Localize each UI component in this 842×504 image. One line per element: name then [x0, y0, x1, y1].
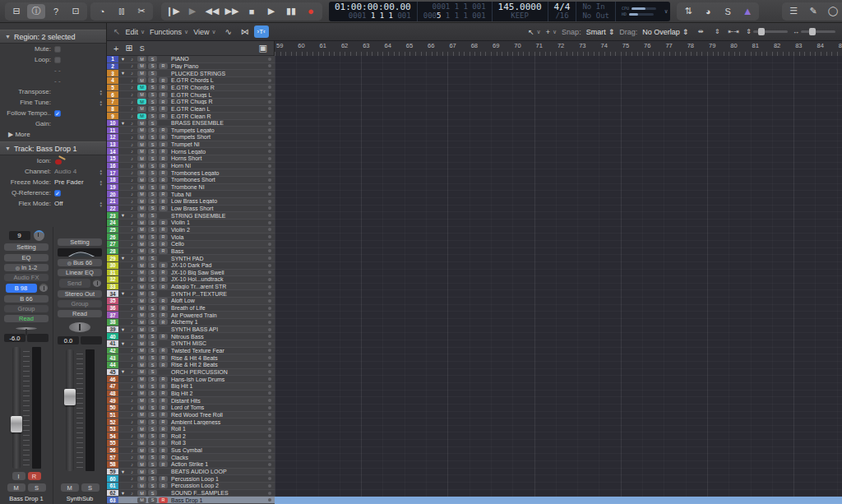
list-editors-icon[interactable]: ☰ — [784, 4, 803, 19]
track-record-button[interactable]: R — [159, 440, 168, 446]
send-slot-button[interactable]: Send — [59, 279, 90, 288]
track-header-27[interactable]: 27♪MSRCello — [107, 241, 275, 248]
track-header-24[interactable]: 24♪MSRViolin 1 — [107, 220, 275, 227]
track-header-26[interactable]: 26♪MSRViola — [107, 234, 275, 241]
track-header-48[interactable]: 48♪MSRBig Hit 2 — [107, 391, 275, 398]
track-solo-button[interactable]: S — [148, 213, 157, 219]
snap-select[interactable]: Smart⇕ — [586, 28, 615, 36]
pause-button[interactable]: ▮▮ — [282, 4, 300, 19]
track-mute-button[interactable]: M — [137, 198, 146, 204]
track-mute-button[interactable]: M — [137, 355, 146, 361]
track-mute-button[interactable]: M — [137, 348, 146, 354]
track-header-1[interactable]: 1▼♪MSRPIANO — [107, 56, 275, 63]
track-mute-button[interactable]: M — [137, 326, 146, 332]
track-record-button[interactable]: R — [159, 170, 168, 176]
stepper-icon[interactable]: ▴▾ — [99, 179, 102, 186]
track-solo-button[interactable]: S — [148, 426, 157, 432]
edit-menu[interactable]: Edit∨ — [125, 28, 145, 36]
track-solo-button[interactable]: S — [148, 63, 157, 69]
vertical-zoom-slider[interactable]: ⇕ — [746, 28, 788, 35]
track-header-9[interactable]: 9♪MSRE.GTR Clean R — [107, 113, 275, 120]
track-header-43[interactable]: 43♪MSRRise & Hit 4 Beats — [107, 354, 275, 362]
track-record-button[interactable]: R — [159, 355, 168, 361]
track-mute-button[interactable]: M — [137, 77, 146, 83]
track-mute-button[interactable]: M — [137, 426, 146, 432]
track-header-36[interactable]: 36♪MSRBreath of Life — [107, 305, 275, 312]
track-header-15[interactable]: 15♪MSRHorns Short — [107, 155, 275, 163]
track-header-30[interactable]: 30♪MSRJX-10 Dark Pad — [107, 262, 275, 270]
track-solo-button[interactable]: S — [148, 476, 157, 482]
track-record-button[interactable]: R — [159, 276, 168, 282]
left-click-tool-menu[interactable]: ↖∨ — [528, 28, 541, 36]
track-mute-button[interactable]: M — [137, 170, 146, 176]
fit-zoom-icon[interactable]: ⇤⇥ — [726, 25, 741, 38]
track-record-button[interactable]: R — [159, 113, 168, 119]
track-mute-button[interactable]: M — [137, 447, 146, 453]
track-header-58[interactable]: 58♪MSRAction Strike 1 — [107, 461, 275, 469]
track-solo-button[interactable]: S — [148, 455, 157, 460]
track-record-button[interactable]: R — [159, 149, 168, 155]
track-record-button[interactable]: R — [159, 85, 168, 90]
record-button[interactable]: ● — [302, 4, 320, 19]
track-mute-button[interactable]: M — [137, 85, 146, 90]
track-solo-button[interactable]: S — [148, 291, 157, 297]
more-disclosure[interactable]: ▶ More — [0, 131, 30, 138]
track-header-4[interactable]: 4♪MSRE.GTR Chords L — [107, 77, 275, 85]
track-solo-button[interactable]: S — [148, 92, 157, 98]
track-solo-button[interactable]: S — [148, 334, 157, 340]
waveform-zoom-icon[interactable]: ⇹ — [693, 25, 708, 38]
track-mute-button[interactable]: M — [137, 469, 146, 474]
track-header-16[interactable]: 16♪MSRHorn NI — [107, 163, 275, 170]
track-header-10[interactable]: 10▼♪MSRBRASS ENSEMBLE — [107, 120, 275, 127]
track-mute-button[interactable]: M — [137, 377, 146, 382]
param-value[interactable]: Pre Fader — [54, 178, 84, 186]
track-header-12[interactable]: 12♪MSRTrumpets Short — [107, 134, 275, 141]
track-record-button[interactable]: R — [159, 412, 168, 418]
stepper-icon[interactable]: ▴▾ — [99, 99, 102, 106]
track-record-button[interactable]: R — [159, 298, 168, 303]
track-record-button[interactable]: R — [159, 92, 168, 98]
tuner-icon[interactable]: ◕ — [699, 4, 717, 19]
track-solo-button[interactable]: S — [148, 127, 157, 133]
track-solo-button[interactable]: S — [148, 433, 157, 439]
play-from-start-button[interactable]: ❙▶ — [164, 4, 182, 19]
track-solo-button[interactable]: S — [148, 469, 157, 474]
track-record-button[interactable]: R — [159, 319, 168, 325]
track-solo-button[interactable]: S — [148, 77, 157, 83]
track-record-button[interactable]: R — [159, 334, 168, 340]
track-header-41[interactable]: 41▼♪MSRSYNTH MISC — [107, 340, 275, 348]
send-2-button[interactable]: B 66 — [4, 295, 49, 303]
track-header-31[interactable]: 31♪MSRJX-10 Big Saw Swell — [107, 270, 275, 277]
fader-handle[interactable] — [64, 389, 76, 405]
track-header-38[interactable]: 38♪MSRAlchemy 1 — [107, 319, 275, 326]
track-mute-button[interactable]: M — [137, 149, 146, 155]
track-mute-button[interactable]: M — [137, 305, 146, 311]
track-mute-button[interactable]: M — [137, 298, 146, 303]
track-record-button[interactable]: R — [159, 234, 168, 240]
track-mute-button[interactable]: M — [137, 334, 146, 340]
track-mute-button[interactable]: M — [137, 419, 146, 425]
volume-value[interactable]: -6.0 — [4, 334, 25, 342]
param-checkbox[interactable]: ✓ — [54, 110, 61, 117]
track-mute-button[interactable]: M — [137, 490, 146, 496]
track-header-34[interactable]: 34▼♪MSRSYNTH P...TEXTURE — [107, 290, 275, 298]
track-record-button[interactable]: R — [159, 127, 168, 133]
param-value[interactable]: Audio 4 — [54, 168, 76, 175]
track-record-button[interactable]: R — [159, 362, 168, 368]
track-header-62[interactable]: 62▼♪MSRSOUND F...SAMPLES — [107, 490, 275, 497]
track-header-53[interactable]: 53♪MSRRoll 1 — [107, 426, 275, 433]
track-solo-button[interactable]: S — [148, 412, 157, 418]
track-solo-button[interactable]: S — [148, 270, 157, 275]
track-solo-button[interactable]: S — [148, 326, 157, 332]
track-header-49[interactable]: 49♪MSRDistant Hits — [107, 397, 275, 405]
play-selection-button[interactable]: ▶ — [183, 4, 201, 19]
track-record-button[interactable]: R — [159, 106, 168, 112]
track-solo-button[interactable]: S — [148, 141, 157, 147]
track-solo-button[interactable]: S — [148, 483, 157, 488]
track-header-55[interactable]: 55♪MSRRoll 3 — [107, 440, 275, 447]
track-record-button[interactable]: R — [159, 227, 168, 233]
track-mute-button[interactable]: M — [137, 391, 146, 396]
cut-icon[interactable]: ✂ — [132, 4, 150, 19]
bar-ruler[interactable]: 5960616263646566676869707172737475767778… — [275, 41, 842, 57]
track-mute-button[interactable]: M — [137, 284, 146, 289]
